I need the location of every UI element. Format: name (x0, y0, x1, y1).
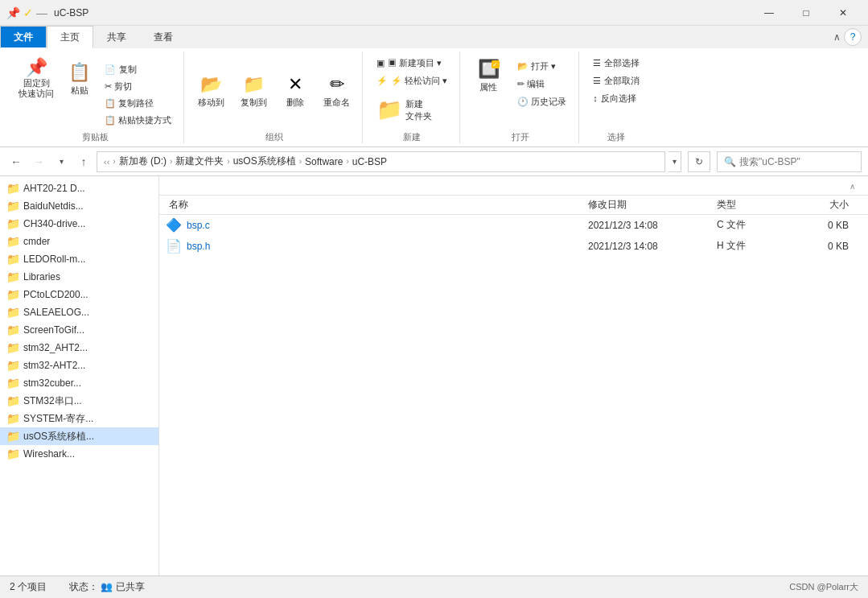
deselect-all-button[interactable]: ☰ 全部取消 (587, 72, 645, 89)
sidebar-item-2[interactable]: 📁 CH340-drive... (0, 215, 158, 233)
delete-label: 删除 (286, 97, 304, 109)
sidebar-item-13[interactable]: 📁 SYSTEM-寄存... (0, 410, 158, 427)
sidebar-item-12[interactable]: 📁 STM32串口... (0, 392, 158, 410)
column-name[interactable]: 名称 (166, 198, 588, 212)
path-chevron-4: › (346, 157, 348, 166)
open-button[interactable]: 📂 打开 ▾ (512, 58, 572, 74)
pin-to-quick-access-button[interactable]: 📌 固定到快速访问 (13, 55, 60, 103)
folder-icon-14: 📁 (6, 430, 20, 443)
new-group-label: 新建 (403, 128, 421, 143)
properties-button[interactable]: 🔲 ✓ 属性 (468, 55, 508, 97)
paste-icon: 📋 (68, 62, 90, 83)
easy-access-button[interactable]: ⚡ ⚡ 轻松访问 ▾ (371, 72, 453, 89)
sidebar-item-7[interactable]: 📁 SALEAELOG... (0, 303, 158, 321)
sidebar-item-3[interactable]: 📁 cmder (0, 233, 158, 250)
sidebar-item-4[interactable]: 📁 LEDORoll-m... (0, 250, 158, 268)
path-chevron-0: › (113, 157, 115, 166)
close-button[interactable]: ✕ (825, 0, 862, 26)
sidebar-item-15[interactable]: 📁 Wireshark... (0, 445, 158, 463)
folder-icon-2: 📁 (6, 217, 20, 230)
file-size-1: 0 KB (797, 241, 862, 252)
folder-icon-8: 📁 (6, 324, 20, 336)
dash-icon: — (36, 6, 47, 19)
folder-icon-10: 📁 (6, 359, 20, 372)
path-chevron-3: › (299, 157, 302, 166)
new-folder-button[interactable]: 📁 新建文件夹 (371, 93, 438, 126)
tab-view[interactable]: 查看 (140, 26, 187, 48)
easy-access-label: ⚡ 轻松访问 ▾ (391, 75, 447, 87)
select-all-icon: ☰ (593, 58, 601, 68)
column-type[interactable]: 类型 (717, 198, 797, 212)
path-segment-1: 新加卷 (D:) (119, 155, 167, 168)
file-date-0: 2021/12/3 14:08 (588, 220, 717, 231)
copy-path-button[interactable]: 📋 复制路径 (99, 95, 177, 111)
copy-to-button[interactable]: 📁 复制到 (235, 70, 273, 113)
delete-button[interactable]: ✕ 删除 (278, 70, 313, 113)
recent-locations-button[interactable]: ▾ (51, 152, 71, 171)
sidebar-item-11[interactable]: 📁 stm32cuber... (0, 374, 158, 392)
tab-file[interactable]: 文件 (0, 26, 47, 48)
edit-button[interactable]: ✏ 编辑 (512, 76, 572, 92)
select-all-button[interactable]: ☰ 全部选择 (587, 55, 645, 71)
main-content: 📁 AHT20-21 D... 📁 BaiduNetdis... 📁 CH340… (0, 176, 868, 598)
tab-home[interactable]: 主页 (47, 26, 93, 48)
sidebar-item-0[interactable]: 📁 AHT20-21 D... (0, 179, 158, 197)
new-item-label: ▣ 新建项目 ▾ (388, 57, 442, 69)
path-segment-0: ‹‹ (104, 157, 109, 167)
copy-button[interactable]: 📄 复制 (99, 61, 177, 77)
history-label: 🕐 历史记录 (517, 96, 566, 108)
paste-shortcut-button[interactable]: 📋 粘贴快捷方式 (99, 112, 177, 128)
forward-button[interactable]: → (29, 152, 48, 171)
back-button[interactable]: ← (6, 152, 26, 171)
up-button[interactable]: ↑ (74, 152, 93, 171)
column-date[interactable]: 修改日期 (588, 198, 717, 212)
refresh-button[interactable]: ↻ (688, 151, 710, 172)
ribbon-collapse-icon[interactable]: ∧ (833, 31, 841, 43)
file-row-0[interactable]: 🔷 bsp.c 2021/12/3 14:08 C 文件 0 KB (159, 215, 868, 236)
sidebar-item-14[interactable]: 📁 usOS系统移植... (0, 427, 158, 445)
tab-share[interactable]: 共享 (93, 26, 140, 48)
cut-button[interactable]: ✂ 剪切 (99, 78, 177, 94)
sidebar-item-label-10: stm32-AHT2... (23, 360, 85, 371)
sidebar-item-label-11: stm32cuber... (23, 377, 81, 389)
sidebar-item-10[interactable]: 📁 stm32-AHT2... (0, 357, 158, 374)
path-segment-4: Software (305, 156, 343, 167)
column-size[interactable]: 大小 (797, 198, 862, 212)
pin-button-label: 固定到快速访问 (19, 78, 54, 99)
sidebar-item-8[interactable]: 📁 ScreenToGif... (0, 321, 158, 339)
maximize-button[interactable]: □ (788, 0, 825, 26)
address-path[interactable]: ‹‹ › 新加卷 (D:) › 新建文件夹 › usOS系统移植 › Softw… (97, 151, 665, 172)
minimize-button[interactable]: — (751, 0, 788, 26)
paste-shortcut-label: 📋 粘贴快捷方式 (105, 114, 171, 126)
sidebar-item-6[interactable]: 📁 PCtoLCD200... (0, 286, 158, 303)
history-button[interactable]: 🕐 历史记录 (512, 93, 572, 109)
copy-icon: 📄 (105, 64, 116, 75)
sidebar-item-5[interactable]: 📁 Libraries (0, 268, 158, 286)
title-bar-icons: 📌 ✓ — (6, 6, 47, 19)
move-to-button[interactable]: 📂 移动到 (192, 70, 230, 113)
rename-button[interactable]: ✏ 重命名 (318, 70, 356, 113)
move-to-label: 移动到 (198, 97, 224, 109)
new-item-button[interactable]: ▣ ▣ 新建项目 ▾ (371, 55, 447, 71)
sidebar-item-label-0: AHT20-21 D... (23, 183, 85, 194)
file-list-header: ∧ (159, 176, 868, 196)
clipboard-group-label: 剪贴板 (82, 128, 109, 143)
paste-button[interactable]: 📋 粘贴 (63, 58, 96, 101)
status-watermark: CSDN @Polarr大 (789, 581, 858, 593)
ribbon-content: 📌 固定到快速访问 📋 粘贴 📄 复制 (0, 48, 868, 147)
search-box: 🔍 (717, 151, 862, 172)
sidebar-item-1[interactable]: 📁 BaiduNetdis... (0, 197, 158, 215)
address-dropdown-button[interactable]: ▾ (668, 151, 681, 172)
help-button[interactable]: ? (844, 28, 862, 46)
sidebar-item-label-4: LEDORoll-m... (23, 254, 85, 265)
address-bar: ← → ▾ ↑ ‹‹ › 新加卷 (D:) › 新建文件夹 › usOS系统移植… (0, 147, 868, 176)
file-row-1[interactable]: 📄 bsp.h 2021/12/3 14:08 H 文件 0 KB (159, 236, 868, 257)
ribbon-group-clipboard: 📌 固定到快速访问 📋 粘贴 📄 复制 (6, 52, 184, 143)
sort-arrow-icon: ∧ (849, 182, 855, 191)
sidebar-item-9[interactable]: 📁 stm32_AHT2... (0, 339, 158, 357)
folder-icon-5: 📁 (6, 270, 20, 283)
invert-selection-button[interactable]: ↕ 反向选择 (587, 90, 642, 106)
sidebar-item-label-9: stm32_AHT2... (23, 342, 88, 353)
search-input[interactable] (739, 156, 860, 167)
share-icon: 👥 (101, 581, 113, 592)
